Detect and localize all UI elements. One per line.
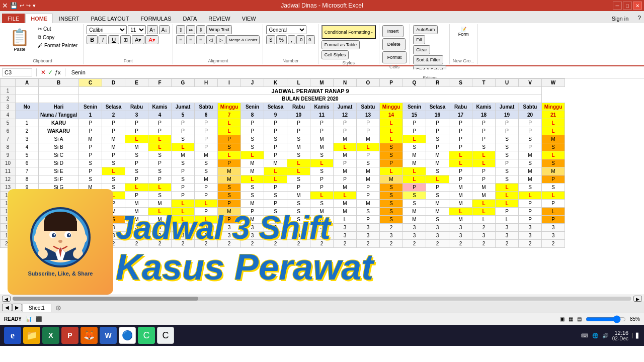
view-normal-icon[interactable]: ▣ [560, 316, 565, 322]
cell-m13[interactable]: P [310, 184, 334, 192]
cell-a11[interactable]: 7 [16, 167, 39, 175]
sum-q18[interactable]: 3 [403, 224, 426, 232]
view-preview-icon[interactable]: ▤ [577, 316, 582, 322]
cell-n8[interactable]: L [334, 143, 357, 151]
cell-j6[interactable]: P [241, 127, 264, 135]
cell-s17[interactable]: M [449, 216, 472, 224]
cell-j5[interactable]: P [241, 119, 264, 127]
cell-h13[interactable]: P [195, 184, 218, 192]
cell-r14[interactable]: S [426, 192, 449, 200]
cell-u10[interactable]: P [496, 159, 519, 167]
cell-u4[interactable]: 19 [496, 111, 519, 119]
cell-m5[interactable]: P [310, 119, 334, 127]
col-header-o[interactable]: O [357, 79, 380, 87]
sum-u18[interactable]: 3 [496, 224, 519, 232]
cell-r16[interactable]: M [426, 208, 449, 216]
cell-v7[interactable]: S [519, 135, 542, 143]
scrollbar-thumb[interactable] [13, 297, 198, 301]
cell-o3[interactable]: Sabtu [357, 103, 380, 111]
cell-e15[interactable]: M [125, 200, 148, 208]
cell-d6[interactable]: P [102, 127, 125, 135]
cell-m15[interactable]: S [310, 200, 334, 208]
cell-k7[interactable]: S [264, 135, 287, 143]
cell-l10[interactable]: L [287, 159, 310, 167]
cell-u13[interactable]: L [496, 184, 519, 192]
cell-i7[interactable]: P [218, 135, 241, 143]
tab-file[interactable]: FILE [2, 14, 25, 23]
cell-l5[interactable]: P [287, 119, 310, 127]
cell-b7[interactable]: Si A [39, 135, 79, 143]
cell-s5[interactable]: P [449, 119, 472, 127]
cell-o7[interactable]: M [357, 135, 380, 143]
cell-c3[interactable]: Senin [79, 103, 102, 111]
formula-input[interactable] [69, 69, 642, 75]
cell-g12[interactable]: S [172, 175, 195, 184]
cell-g11[interactable]: P [172, 167, 195, 175]
cell-l13[interactable]: P [287, 184, 310, 192]
cell-p17[interactable]: S [380, 216, 403, 224]
cell-o17[interactable]: P [357, 216, 380, 224]
cell-d4[interactable]: 2 [102, 111, 125, 119]
col-header-h[interactable]: H [195, 79, 218, 87]
cell-i11[interactable]: M [218, 167, 241, 175]
cell-m7[interactable]: M [310, 135, 334, 143]
cell-f11[interactable]: S [148, 167, 172, 175]
cell-v17[interactable]: P [519, 216, 542, 224]
cell-f14[interactable]: S [148, 192, 172, 200]
cell-e8[interactable]: M [125, 143, 148, 151]
cell-v12[interactable]: M [519, 175, 542, 184]
cell-i16[interactable]: M [218, 208, 241, 216]
cell-v5[interactable]: P [519, 119, 542, 127]
cell-m16[interactable]: M [310, 208, 334, 216]
cell-i9[interactable]: L [218, 151, 241, 159]
cell-s6[interactable]: P [449, 127, 472, 135]
cell-m3[interactable]: Kamis [310, 103, 334, 111]
cell-g10[interactable]: S [172, 159, 195, 167]
cell-g9[interactable]: M [172, 151, 195, 159]
close-button[interactable]: ✕ [633, 2, 642, 10]
col-header-u[interactable]: U [496, 79, 519, 87]
font-name-select[interactable]: Calibri [87, 25, 127, 34]
cell-v11[interactable]: M [519, 167, 542, 175]
fill-button[interactable]: Fill [413, 35, 425, 44]
cell-d8[interactable]: M [102, 143, 125, 151]
cell-j17[interactable]: M [241, 216, 264, 224]
cell-l8[interactable]: M [287, 143, 310, 151]
clear-button[interactable]: Clear [413, 45, 430, 54]
sum-w18[interactable]: 3 [542, 224, 565, 232]
col-header-a[interactable]: A [16, 79, 39, 87]
cell-h4[interactable]: 6 [195, 111, 218, 119]
cell-c5[interactable]: P [79, 119, 102, 127]
taskbar-keyboard-icon[interactable]: ⌨ [581, 333, 588, 338]
cell-h16[interactable]: P [195, 208, 218, 216]
cell-c4[interactable]: 1 [79, 111, 102, 119]
cell-k8[interactable]: P [264, 143, 287, 151]
cancel-formula-icon[interactable]: ✕ [41, 69, 46, 76]
cell-i8[interactable]: S [218, 143, 241, 151]
cell-h9[interactable]: M [195, 151, 218, 159]
cell-a12[interactable]: 8 [16, 175, 39, 184]
cell-j8[interactable]: S [241, 143, 264, 151]
cell-f15[interactable]: M [148, 200, 172, 208]
cell-k5[interactable]: P [264, 119, 287, 127]
cell-q3[interactable]: Senin [403, 103, 426, 111]
cell-h11[interactable]: S [195, 167, 218, 175]
cell-p9[interactable]: S [380, 151, 403, 159]
cell-t11[interactable]: P [472, 167, 496, 175]
cell-u15[interactable]: L [496, 200, 519, 208]
cell-j9[interactable]: L [241, 151, 264, 159]
scroll-tabs-right-button[interactable]: ▶ [12, 304, 22, 311]
cell-q7[interactable]: L [403, 135, 426, 143]
cell-r12[interactable]: L [426, 175, 449, 184]
currency-button[interactable]: $ [266, 35, 275, 44]
number-format-select[interactable]: General [266, 25, 306, 34]
col-header-f[interactable]: F [148, 79, 172, 87]
cell-p11[interactable]: L [380, 167, 403, 175]
cell-i12[interactable]: M [218, 175, 241, 184]
cell-t16[interactable]: L [472, 208, 496, 216]
cell-m17[interactable]: S [310, 216, 334, 224]
cell-c9[interactable]: P [79, 151, 102, 159]
insert-button[interactable]: Insert [382, 25, 404, 37]
cell-s13[interactable]: M [449, 184, 472, 192]
save-icon[interactable]: 💾 [10, 2, 18, 9]
